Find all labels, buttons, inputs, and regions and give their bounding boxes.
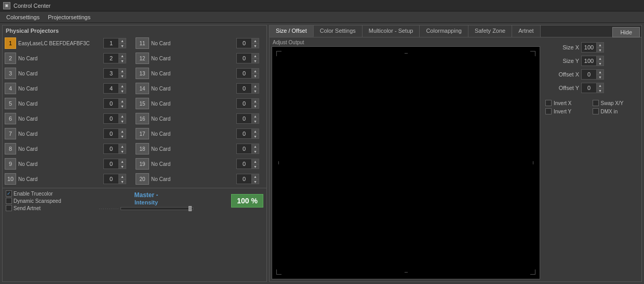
proj-row-12[interactable]: 12 No Card 0 ▲ ▼: [136, 51, 264, 66]
proj-num-3[interactable]: 3: [5, 68, 16, 79]
proj-up-2[interactable]: ▲: [118, 54, 126, 58]
ctrl-cb-box-0[interactable]: [545, 100, 552, 106]
proj-up-10[interactable]: ▲: [118, 174, 126, 179]
proj-num-11[interactable]: 11: [136, 37, 149, 49]
proj-spin-12[interactable]: 0 ▲ ▼: [236, 53, 259, 63]
proj-up-5[interactable]: ▲: [118, 99, 126, 104]
proj-down-4[interactable]: ▼: [118, 88, 126, 93]
proj-num-5[interactable]: 5: [5, 98, 16, 109]
proj-down-7[interactable]: ▼: [118, 134, 126, 138]
proj-row-18[interactable]: 18 No Card 0 ▲ ▼: [136, 141, 264, 156]
proj-spin-15[interactable]: 0 ▲ ▼: [236, 98, 259, 109]
proj-down-5[interactable]: ▼: [118, 104, 126, 108]
ctrl-cb-invert-x[interactable]: Invert X: [545, 100, 591, 106]
proj-spin-3[interactable]: 3 ▲ ▼: [103, 68, 126, 79]
cb-box-2[interactable]: [6, 205, 12, 211]
proj-spin-17[interactable]: 0 ▲ ▼: [236, 128, 259, 139]
proj-up-11[interactable]: ▲: [251, 38, 259, 43]
proj-row-19[interactable]: 19 No Card 0 ▲ ▼: [136, 157, 264, 171]
proj-spin-11[interactable]: 0 ▲ ▼: [236, 38, 259, 48]
proj-num-16[interactable]: 16: [136, 113, 149, 124]
ctrl-cb-box-3[interactable]: [593, 108, 599, 114]
proj-num-20[interactable]: 20: [136, 173, 149, 185]
proj-spin-4[interactable]: 4 ▲ ▼: [103, 83, 126, 94]
proj-num-13[interactable]: 13: [136, 68, 149, 79]
proj-row-17[interactable]: 17 No Card 0 ▲ ▼: [136, 126, 264, 141]
proj-num-12[interactable]: 12: [136, 53, 149, 64]
proj-num-1[interactable]: 1: [5, 37, 16, 49]
proj-down-10[interactable]: ▼: [118, 179, 126, 184]
cb-box-1[interactable]: [6, 198, 12, 204]
proj-num-18[interactable]: 18: [136, 143, 149, 154]
proj-down-20[interactable]: ▼: [251, 179, 259, 184]
proj-spin-6[interactable]: 0 ▲ ▼: [103, 113, 126, 124]
proj-row-1[interactable]: 1 EasyLaseLC BEEFDEAFBF3C 1 ▲ ▼: [5, 36, 133, 50]
proj-num-15[interactable]: 15: [136, 98, 149, 109]
checkbox-enable-truecolor[interactable]: Enable Truecolor: [6, 190, 61, 197]
proj-up-16[interactable]: ▲: [251, 114, 259, 119]
ctrl-cb-swap-x/y[interactable]: Swap X/Y: [593, 100, 638, 106]
proj-down-12[interactable]: ▼: [251, 58, 259, 63]
proj-num-19[interactable]: 19: [136, 158, 149, 170]
checkbox-dynamic-scanspeed[interactable]: Dynamic Scanspeed: [6, 198, 61, 204]
proj-down-16[interactable]: ▼: [251, 119, 259, 123]
tab-size-offset[interactable]: Size / Offset: [270, 25, 314, 37]
proj-row-15[interactable]: 15 No Card 0 ▲ ▼: [136, 96, 264, 111]
proj-spin-20[interactable]: 0 ▲ ▼: [236, 174, 259, 184]
proj-row-8[interactable]: 8 No Card 0 ▲ ▼: [5, 141, 133, 156]
proj-spin-7[interactable]: 0 ▲ ▼: [103, 128, 126, 139]
proj-down-19[interactable]: ▼: [251, 164, 259, 169]
size-y-up[interactable]: ▲: [596, 56, 603, 61]
proj-up-4[interactable]: ▲: [118, 84, 126, 88]
proj-spin-5[interactable]: 0 ▲ ▼: [103, 98, 126, 109]
ctrl-cb-box-2[interactable]: [545, 108, 552, 114]
proj-down-6[interactable]: ▼: [118, 119, 126, 123]
proj-row-11[interactable]: 11 No Card 0 ▲ ▼: [136, 36, 264, 50]
proj-up-17[interactable]: ▲: [251, 129, 259, 134]
proj-row-10[interactable]: 10 No Card 0 ▲ ▼: [5, 172, 133, 186]
proj-down-15[interactable]: ▼: [251, 104, 259, 108]
proj-spin-14[interactable]: 0 ▲ ▼: [236, 83, 259, 94]
proj-up-15[interactable]: ▲: [251, 99, 259, 104]
ctrl-cb-dmx-in[interactable]: DMX in: [593, 108, 638, 114]
tab-artnet[interactable]: Artnet: [512, 25, 540, 37]
proj-down-17[interactable]: ▼: [251, 134, 259, 138]
proj-row-9[interactable]: 9 No Card 0 ▲ ▼: [5, 157, 133, 171]
proj-up-14[interactable]: ▲: [251, 84, 259, 88]
proj-up-18[interactable]: ▲: [251, 144, 259, 149]
proj-down-2[interactable]: ▼: [118, 58, 126, 63]
proj-row-20[interactable]: 20 No Card 0 ▲ ▼: [136, 172, 264, 186]
proj-down-11[interactable]: ▼: [251, 43, 259, 48]
ctrl-cb-box-1[interactable]: [593, 100, 599, 106]
proj-up-13[interactable]: ▲: [251, 69, 259, 73]
proj-up-3[interactable]: ▲: [118, 69, 126, 73]
proj-row-6[interactable]: 6 No Card 0 ▲ ▼: [5, 111, 133, 126]
proj-num-17[interactable]: 17: [136, 128, 149, 139]
proj-spin-1[interactable]: 1 ▲ ▼: [103, 38, 126, 48]
proj-num-8[interactable]: 8: [5, 143, 16, 154]
proj-spin-2[interactable]: 2 ▲ ▼: [103, 53, 126, 63]
proj-up-12[interactable]: ▲: [251, 54, 259, 58]
ctrl-cb-invert-y[interactable]: Invert Y: [545, 108, 591, 114]
size-y-down[interactable]: ▼: [596, 61, 603, 66]
tab-color-settings[interactable]: Color Settings: [314, 25, 363, 37]
proj-row-4[interactable]: 4 No Card 4 ▲ ▼: [5, 81, 133, 96]
offset-x-up[interactable]: ▲: [596, 70, 603, 74]
proj-num-7[interactable]: 7: [5, 128, 16, 139]
proj-num-2[interactable]: 2: [5, 53, 16, 64]
tab-safety-zone[interactable]: Safety Zone: [468, 25, 512, 37]
proj-row-7[interactable]: 7 No Card 0 ▲ ▼: [5, 126, 133, 141]
proj-down-13[interactable]: ▼: [251, 73, 259, 78]
proj-down-1[interactable]: ▼: [118, 43, 126, 48]
offset-y-down[interactable]: ▼: [596, 88, 603, 93]
size-y-spinbox[interactable]: 100 ▲ ▼: [581, 56, 604, 66]
proj-spin-16[interactable]: 0 ▲ ▼: [236, 113, 259, 124]
proj-down-8[interactable]: ▼: [118, 149, 126, 153]
proj-down-3[interactable]: ▼: [118, 73, 126, 78]
size-x-spinbox[interactable]: 100 ▲ ▼: [581, 42, 604, 53]
proj-up-7[interactable]: ▲: [118, 129, 126, 134]
proj-num-6[interactable]: 6: [5, 113, 16, 124]
proj-spin-10[interactable]: 0 ▲ ▼: [103, 174, 126, 184]
tab-multicolor-setup[interactable]: Multicolor - Setup: [363, 25, 420, 37]
proj-row-2[interactable]: 2 No Card 2 ▲ ▼: [5, 51, 133, 66]
